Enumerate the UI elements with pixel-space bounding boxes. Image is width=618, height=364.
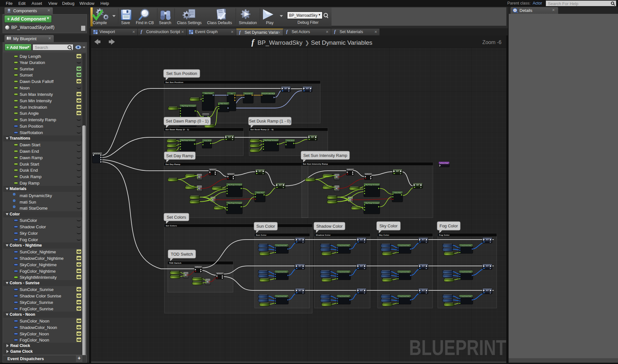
svg-text:Sun Color: Sun Color <box>257 224 275 229</box>
svg-text:Set Dusk Ramp (1 - 0): Set Dusk Ramp (1 - 0) <box>250 128 274 131</box>
svg-text:ƒ Map Range Unclamped: ƒ Map Range Unclamped <box>181 105 195 107</box>
svg-text:ƒ Make Vector: ƒ Make Vector <box>220 103 228 105</box>
svg-text:Shadow Color: Shadow Color <box>316 224 343 229</box>
svg-text:Set Colors: Set Colors <box>166 224 177 227</box>
svg-text:ƒ Set: ƒ Set <box>230 93 233 95</box>
svg-text:Fog Color: Fog Color <box>439 223 458 228</box>
svg-text:BLUEPRINT: BLUEPRINT <box>409 336 506 359</box>
svg-text:Sky Color: Sky Color <box>379 223 398 228</box>
svg-text:ƒ RotateVector: ƒ RotateVector <box>244 93 253 95</box>
svg-text:Zoom -6: Zoom -6 <box>482 40 501 45</box>
svg-text:ƒ RotatorFromAxisAngle: ƒ RotatorFromAxisAngle <box>261 93 275 95</box>
svg-text:Set Dawn Ramp (0 - 1): Set Dawn Ramp (0 - 1) <box>165 128 189 131</box>
svg-text:Set Dynamic Variables: Set Dynamic Variables <box>311 39 372 46</box>
svg-text:Set Day Ramp: Set Day Ramp <box>165 163 180 165</box>
svg-text:Set Day Ramp: Set Day Ramp <box>166 153 193 158</box>
svg-text:Fog Color: Fog Color <box>439 234 450 236</box>
svg-text:Set Sun Position: Set Sun Position <box>165 81 183 83</box>
svg-text:TOD Switch: TOD Switch <box>169 262 182 264</box>
svg-text:Set Sun Intensity Ramp: Set Sun Intensity Ramp <box>303 163 328 165</box>
svg-text:TOD Switch: TOD Switch <box>171 252 193 257</box>
svg-text:Shadow Color: Shadow Color <box>316 234 331 236</box>
svg-text:◄ Return Node: ◄ Return Node <box>440 162 448 164</box>
svg-text:ƒ Make Rotator: ƒ Make Rotator <box>204 93 213 94</box>
svg-text:Sky Color: Sky Color <box>379 234 389 236</box>
svg-text:❯: ❯ <box>305 40 309 46</box>
svg-text:Set Dusk Ramp (1 - 0): Set Dusk Ramp (1 - 0) <box>249 119 291 123</box>
svg-text:Sun Color: Sun Color <box>256 234 267 236</box>
svg-text:Set Sun Position: Set Sun Position <box>166 71 197 76</box>
svg-text:Set Colors: Set Colors <box>167 215 186 220</box>
svg-text:BP_WarroadSky: BP_WarroadSky <box>258 39 303 46</box>
svg-text:i: i <box>515 9 516 12</box>
svg-text:Set Dawn Ramp (0 - 1): Set Dawn Ramp (0 - 1) <box>166 119 209 123</box>
svg-text:Set Sun Intensity Ramp: Set Sun Intensity Ramp <box>303 153 347 158</box>
svg-text:▶ Set Dyna: ▶ Set Dyna <box>94 153 100 154</box>
